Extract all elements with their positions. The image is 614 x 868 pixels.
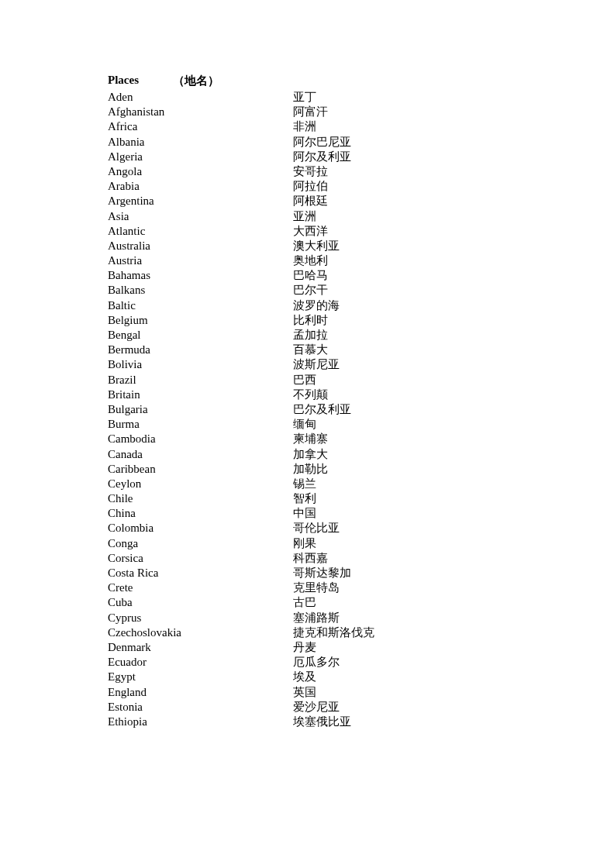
- entry-chinese: 奥地利: [293, 253, 328, 268]
- entry-english: Cyprus: [108, 611, 293, 625]
- entry-chinese: 孟加拉: [293, 328, 328, 343]
- entry-english: Arabia: [108, 179, 293, 194]
- entry-row: Arabia阿拉伯: [108, 179, 614, 194]
- entry-chinese: 百慕大: [293, 343, 328, 357]
- entry-chinese: 哥斯达黎加: [293, 566, 351, 580]
- entry-chinese: 厄瓜多尔: [293, 655, 340, 670]
- header-title-en: Places: [108, 74, 170, 87]
- entry-chinese: 非洲: [293, 119, 316, 134]
- entry-chinese: 缅甸: [293, 417, 316, 432]
- entry-row: Asia亚洲: [108, 209, 614, 224]
- entry-english: Ceylon: [108, 477, 293, 491]
- entry-chinese: 克里特岛: [293, 580, 340, 595]
- entry-row: Brazil巴西: [108, 373, 614, 388]
- entry-chinese: 阿富汗: [293, 105, 328, 119]
- entry-english: Cuba: [108, 595, 293, 610]
- entry-chinese: 捷克和斯洛伐克: [293, 625, 374, 640]
- entry-english: Bolivia: [108, 357, 293, 372]
- entry-chinese: 阿拉伯: [293, 179, 328, 194]
- entry-english: Bulgaria: [108, 402, 293, 417]
- entry-row: Britain不列颠: [108, 388, 614, 402]
- entry-english: Albania: [108, 135, 293, 150]
- entry-english: Burma: [108, 417, 293, 432]
- entry-chinese: 亚丁: [293, 90, 316, 105]
- entry-row: Canada加拿大: [108, 447, 614, 462]
- entry-row: Belgium比利时: [108, 313, 614, 328]
- entry-row: Albania阿尔巴尼亚: [108, 135, 614, 150]
- entry-chinese: 巴西: [293, 373, 316, 388]
- entry-english: England: [108, 685, 293, 700]
- entry-row: Crete克里特岛: [108, 580, 614, 595]
- entry-english: Canada: [108, 447, 293, 462]
- entry-row: Bermuda百慕大: [108, 343, 614, 357]
- entry-row: Chile智利: [108, 491, 614, 506]
- entry-english: Belgium: [108, 313, 293, 328]
- entry-english: Austria: [108, 253, 293, 268]
- entry-english: Baltic: [108, 298, 293, 313]
- entry-row: Balkans巴尔干: [108, 283, 614, 298]
- document-page: Places （地名） Aden亚丁Afghanistan阿富汗Africa非洲…: [0, 0, 614, 729]
- entry-english: Britain: [108, 388, 293, 402]
- entry-english: Balkans: [108, 283, 293, 298]
- entry-row: Cambodia柬埔寨: [108, 432, 614, 446]
- entry-chinese: 安哥拉: [293, 164, 328, 179]
- entry-row: Argentina阿根廷: [108, 194, 614, 208]
- entry-chinese: 中国: [293, 506, 316, 521]
- entry-chinese: 哥伦比亚: [293, 521, 340, 536]
- entry-english: Atlantic: [108, 224, 293, 239]
- entry-english: Colombia: [108, 521, 293, 536]
- entry-chinese: 巴哈马: [293, 268, 328, 283]
- entry-english: Costa Rica: [108, 566, 293, 580]
- entry-row: Angola安哥拉: [108, 164, 614, 179]
- header-title-zh: （地名）: [173, 74, 219, 88]
- entry-english: Algeria: [108, 150, 293, 164]
- entry-row: Estonia爱沙尼亚: [108, 700, 614, 715]
- entry-row: Caribbean加勒比: [108, 462, 614, 477]
- entry-row: Atlantic大西洋: [108, 224, 614, 239]
- entry-row: Czechoslovakia捷克和斯洛伐克: [108, 625, 614, 640]
- entry-english: China: [108, 506, 293, 521]
- entry-row: Egypt埃及: [108, 670, 614, 684]
- entry-english: Estonia: [108, 700, 293, 715]
- entry-chinese: 阿尔巴尼亚: [293, 135, 351, 150]
- entry-row: Algeria阿尔及利亚: [108, 150, 614, 164]
- entry-row: Australia澳大利亚: [108, 239, 614, 253]
- entry-english: Bahamas: [108, 268, 293, 283]
- entry-english: Africa: [108, 119, 293, 134]
- entry-row: Cyprus塞浦路斯: [108, 611, 614, 625]
- entry-chinese: 刚果: [293, 536, 316, 551]
- entry-english: Ethiopia: [108, 715, 293, 729]
- entry-english: Afghanistan: [108, 105, 293, 119]
- entry-row: China中国: [108, 506, 614, 521]
- entry-chinese: 埃塞俄比亚: [293, 715, 351, 729]
- entry-english: Brazil: [108, 373, 293, 388]
- entry-row: Bahamas巴哈马: [108, 268, 614, 283]
- entry-english: Chile: [108, 491, 293, 506]
- entry-row: Costa Rica哥斯达黎加: [108, 566, 614, 580]
- entry-english: Angola: [108, 164, 293, 179]
- entry-chinese: 波罗的海: [293, 298, 340, 313]
- entry-chinese: 波斯尼亚: [293, 357, 340, 372]
- entry-chinese: 锡兰: [293, 477, 316, 491]
- entry-chinese: 埃及: [293, 670, 316, 684]
- entry-english: Bermuda: [108, 343, 293, 357]
- entry-row: Ecuador厄瓜多尔: [108, 655, 614, 670]
- entry-english: Ecuador: [108, 655, 293, 670]
- entry-chinese: 大西洋: [293, 224, 328, 239]
- entry-chinese: 加拿大: [293, 447, 328, 462]
- entry-row: England英国: [108, 685, 614, 700]
- entry-english: Corsica: [108, 551, 293, 566]
- entry-english: Denmark: [108, 640, 293, 655]
- entry-english: Crete: [108, 580, 293, 595]
- entry-english: Asia: [108, 209, 293, 224]
- entry-row: Ceylon锡兰: [108, 477, 614, 491]
- entry-english: Aden: [108, 90, 293, 105]
- entry-row: Colombia哥伦比亚: [108, 521, 614, 536]
- entry-row: Burma缅甸: [108, 417, 614, 432]
- entry-chinese: 亚洲: [293, 209, 316, 224]
- entry-row: Denmark丹麦: [108, 640, 614, 655]
- entry-chinese: 塞浦路斯: [293, 611, 340, 625]
- entry-chinese: 比利时: [293, 313, 328, 328]
- entry-row: Cuba古巴: [108, 595, 614, 610]
- header-row: Places （地名）: [108, 74, 614, 88]
